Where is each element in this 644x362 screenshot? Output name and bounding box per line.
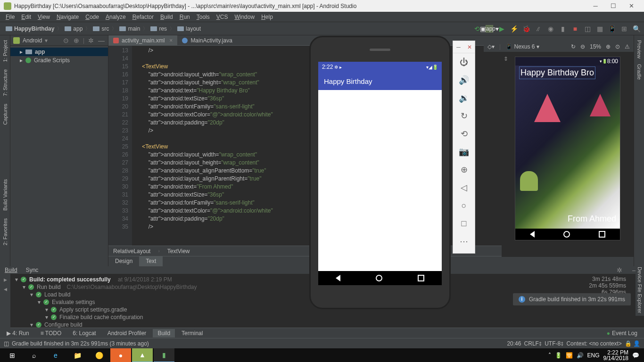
emu-control-8[interactable]: ○ [453,197,475,214]
apply-changes-icon[interactable]: ⚡ [510,25,518,33]
breadcrumb-item[interactable]: RelativeLayout [113,248,150,255]
emu-back-button[interactable] [336,275,340,281]
tab-activity_main.xml[interactable]: activity_main.xml × [108,35,177,45]
app-icon[interactable]: ● [110,348,131,362]
language-indicator[interactable]: ENG [587,352,600,359]
menu-code[interactable]: Code [83,13,102,21]
crumb-HappyBirthday[interactable]: HappyBirthday [4,25,56,33]
crumb-layout[interactable]: layout [175,25,203,33]
menu-tools[interactable]: Tools [194,13,213,21]
resize-handle[interactable]: ⇕ [504,56,508,62]
layout-inspector-icon[interactable]: ◫ [584,25,591,33]
build-header-build[interactable]: Build [5,267,17,273]
device-manager-icon[interactable]: 📱 [608,25,616,33]
hide-icon[interactable]: — [98,37,105,44]
menu-vcs[interactable]: VCS [214,13,231,21]
profile-icon[interactable]: ⫽ [535,25,542,33]
emu-close[interactable]: ✕ [464,44,475,53]
emu-recents-button[interactable] [418,275,424,281]
chrome-icon[interactable]: 🟡 [89,348,109,362]
clock[interactable]: 2:22 PM 9/14/2018 [603,350,628,361]
emu-control-1[interactable]: 🔊 [453,71,475,89]
notification-toast[interactable]: i Gradle build finished in 3m 22s 991ms [513,293,631,305]
emu-home-button[interactable] [376,275,382,281]
menu-file[interactable]: File [3,13,17,21]
target-icon[interactable]: ⊕ [73,37,80,44]
build-variants-label[interactable]: Build Variants [2,176,8,214]
start-button[interactable]: ⊞ [2,348,23,362]
project-tool-label[interactable]: 1: Project [2,37,8,65]
close-button[interactable]: ✕ [622,2,640,9]
emulator-window[interactable]: 2:22 ✲ ▸▾◢🔋 Happy Birthday [309,36,451,309]
expand-all-icon[interactable]: ▸ [1,276,9,283]
emu-control-5[interactable]: 📷 [453,143,475,161]
structure-tool-label[interactable]: 7: Structure [2,66,8,99]
wifi-icon[interactable]: 🛜 [566,352,573,359]
stop-button[interactable]: ■ [571,25,579,33]
breadcrumb-item[interactable]: TextView [167,248,190,255]
search-icon[interactable]: 🔍 [633,25,640,33]
emu-minimize[interactable]: ─ [453,44,464,53]
notifications-icon[interactable]: 💬 [632,352,639,359]
preview-label[interactable]: Preview [636,37,642,61]
menu-window[interactable]: Window [231,13,257,21]
android-studio-task[interactable]: ▲ [132,348,153,362]
text-tab[interactable]: Text [139,256,163,266]
emu-control-0[interactable]: ⏻ [453,53,475,71]
lock-icon[interactable]: 🔒 [625,340,632,347]
collapse-all-icon[interactable]: ◂ [1,285,9,293]
status-crlf[interactable]: CRLF [524,340,539,347]
device-file-explorer-label[interactable]: Device File Explorer [636,264,644,316]
crumb-app[interactable]: app [63,25,84,33]
volume-icon[interactable]: 🔊 [577,352,584,359]
gradle-label[interactable]: Gradle [636,61,642,82]
explorer-icon[interactable]: 📁 [67,348,88,362]
emu-control-7[interactable]: ◁ [453,179,475,197]
emu-control-10[interactable]: ⋯ [453,232,475,250]
tray-up-icon[interactable]: ˄ [548,352,551,359]
refresh-icon[interactable]: ↻ [571,43,576,50]
status-context[interactable]: Context: <no context> [566,340,621,347]
warning-icon[interactable]: ⚠ [625,43,630,50]
zoom-in-icon[interactable]: ⊕ [606,43,611,50]
menu-analyze[interactable]: Analyze [103,13,129,21]
collapse-icon[interactable]: ⊙ [62,37,70,44]
tab-MainActivity.java[interactable]: MainActivity.java [177,35,237,45]
emu-control-6[interactable]: ⊕ [453,161,475,179]
debug-button[interactable]: 🐞 [522,25,530,33]
menu-edit[interactable]: Edit [18,13,34,21]
gear-icon[interactable]: ✲ [87,37,95,44]
run-config-selector[interactable]: ▣ app ▾ [486,25,493,33]
crumb-src[interactable]: src [91,25,111,33]
emu-control-9[interactable]: □ [453,214,475,232]
avd-icon[interactable]: ▮ [559,25,567,33]
zoom-out-icon[interactable]: ⊖ [580,43,585,50]
maximize-button[interactable]: ☐ [604,2,622,9]
captures-tool-label[interactable]: Captures [2,101,8,128]
project-view-mode[interactable]: Android [23,37,42,44]
favorites-label[interactable]: 2: Favorites [2,215,8,248]
menu-help[interactable]: Help [258,13,276,21]
orientation-icon[interactable]: ◇▾ [487,43,495,50]
build-header-sync[interactable]: Sync [26,267,39,273]
menu-view[interactable]: View [35,13,53,21]
emu-control-2[interactable]: 🔉 [453,89,475,107]
crumb-main[interactable]: main [117,25,142,33]
battery-icon[interactable]: 🔋 [555,352,562,359]
status-encoding[interactable]: UTF-8 [545,340,561,347]
menu-refactor[interactable]: Refactor [130,13,157,21]
emulator-screen[interactable]: 2:22 ✲ ▸▾◢🔋 Happy Birthday [318,62,442,285]
run-button[interactable]: ▶ [498,25,505,33]
menu-run[interactable]: Run [177,13,193,21]
structure-icon[interactable]: ⊞ [620,25,628,33]
device-selector[interactable]: 📱 Nexus 6 ▾ [505,43,539,50]
search-button[interactable]: ⌕ [24,348,44,362]
minimize-button[interactable]: ─ [586,2,604,9]
emu-control-4[interactable]: ⟲ [453,125,475,143]
design-tab[interactable]: Design [108,256,139,266]
crumb-res[interactable]: res [149,25,169,33]
menu-build[interactable]: Build [157,13,176,21]
fit-icon[interactable]: ⊙ [615,43,620,50]
attach-debugger-icon[interactable]: ◉ [547,25,554,33]
gear-icon[interactable]: ✲ [616,266,623,274]
